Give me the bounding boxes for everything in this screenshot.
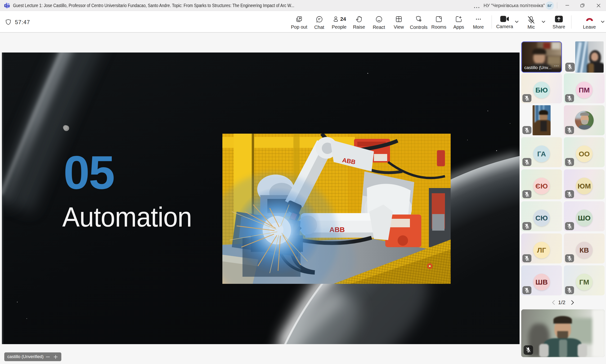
- svg-text:T: T: [5, 4, 6, 7]
